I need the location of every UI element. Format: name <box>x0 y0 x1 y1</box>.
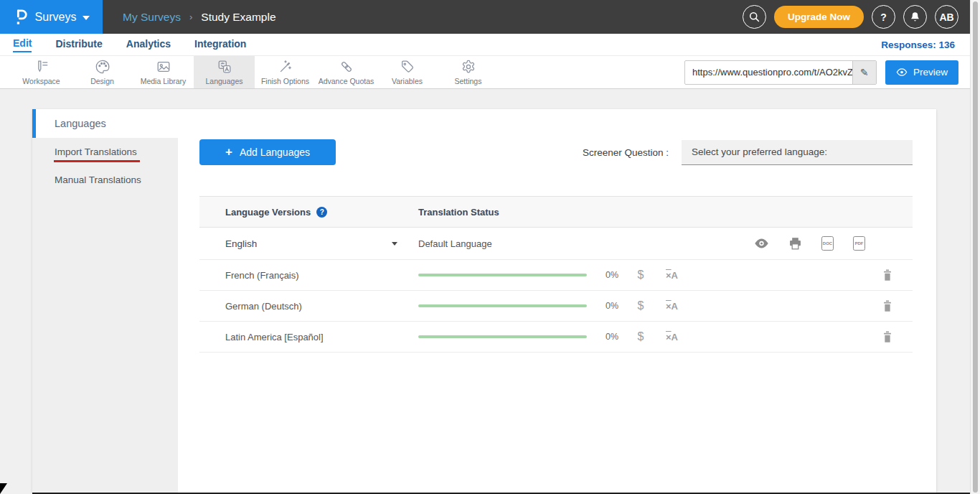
auto-translate-icon[interactable]: ×A <box>666 332 678 342</box>
toolbar-item-workspace[interactable]: Workspace <box>11 56 72 88</box>
preview-button[interactable]: Preview <box>885 60 958 85</box>
toolbar-item-advance-quotas[interactable]: Advance Quotas <box>316 56 377 88</box>
survey-url-group: https://www.questionpro.com/t/AO2kvZ ✎ P… <box>684 60 958 85</box>
trash-icon <box>882 299 893 313</box>
translation-progress-bar <box>418 304 587 307</box>
edit-url-button[interactable]: ✎ <box>852 61 876 84</box>
page-scrollbar[interactable] <box>970 0 980 494</box>
export-doc-icon[interactable]: DOC <box>821 236 834 251</box>
content-area: Languages Import Translations Manual Tra… <box>0 89 980 494</box>
palette-icon <box>95 59 110 75</box>
gear-icon <box>461 59 476 75</box>
toolbar-item-variables[interactable]: Variables <box>377 56 438 88</box>
top-bar: Surveys My Surveys › Study Example Upgra… <box>0 0 980 34</box>
survey-nav: Edit Distribute Analytics Integration Re… <box>0 34 980 55</box>
languages-panel: Languages Import Translations Manual Tra… <box>32 109 936 493</box>
delete-language-button[interactable] <box>882 269 893 282</box>
translation-percent: 0% <box>606 270 626 280</box>
magic-wand-icon <box>278 59 293 75</box>
translation-progress-bar <box>418 335 587 338</box>
help-button[interactable]: ? <box>872 5 895 29</box>
sidebar-item-manual-translations[interactable]: Manual Translations <box>32 166 178 194</box>
brand-label: Surveys <box>35 11 77 24</box>
add-languages-button[interactable]: + Add Languages <box>199 139 336 165</box>
table-row-default-language: English Default Language <box>199 228 913 260</box>
language-name: German (Deutsch) <box>199 301 418 312</box>
chain-links-icon <box>339 59 354 75</box>
eye-icon <box>896 67 908 77</box>
scrollbar-thumb[interactable] <box>973 1 978 493</box>
tag-icon <box>400 59 415 75</box>
upgrade-now-button[interactable]: Upgrade Now <box>774 6 864 28</box>
toolbar-item-finish-options[interactable]: Finish Options <box>255 56 316 88</box>
plus-icon: + <box>225 145 232 159</box>
chevron-down-icon <box>392 242 397 246</box>
toolbar-item-design[interactable]: Design <box>72 56 133 88</box>
mouse-cursor <box>0 483 7 494</box>
language-versions-table: Language Versions ? Translation Status E… <box>199 196 913 353</box>
professional-translation-icon[interactable]: $ <box>636 269 646 281</box>
header-translation-status: Translation Status <box>418 207 499 218</box>
bell-icon <box>910 11 920 23</box>
delete-language-button[interactable] <box>882 299 893 313</box>
table-row-german: German (Deutsch) 0% $ ×A <box>199 291 913 322</box>
toolbar-item-languages[interactable]: Languages <box>194 56 255 88</box>
notifications-button[interactable] <box>903 5 927 29</box>
trash-icon <box>882 269 893 282</box>
pencil-icon: ✎ <box>860 67 869 78</box>
header-language-versions: Language Versions <box>225 207 311 218</box>
search-icon <box>748 11 760 23</box>
view-eye-icon[interactable] <box>754 238 769 249</box>
print-icon[interactable] <box>788 237 802 250</box>
toolbar-item-settings[interactable]: Settings <box>438 56 499 88</box>
translation-percent: 0% <box>606 301 626 311</box>
translation-percent: 0% <box>606 332 626 342</box>
translate-icon <box>217 59 232 75</box>
auto-translate-icon[interactable]: ×A <box>666 301 678 312</box>
edit-toolbar: Workspace Design Media Library Languages… <box>0 55 980 89</box>
delete-language-button[interactable] <box>882 330 893 344</box>
language-name: French (Français) <box>199 270 418 281</box>
table-row-french: French (Français) 0% $ ×A <box>199 260 913 291</box>
tab-analytics[interactable]: Analytics <box>126 38 171 52</box>
screener-question-select[interactable]: Select your preferred language: <box>682 140 913 165</box>
professional-translation-icon[interactable]: $ <box>636 330 646 343</box>
help-circle-icon[interactable]: ? <box>316 207 327 218</box>
sidebar-item-languages[interactable]: Languages <box>32 109 936 138</box>
survey-url-input[interactable]: https://www.questionpro.com/t/AO2kvZ <box>685 61 852 84</box>
sidebar-item-import-translations[interactable]: Import Translations <box>32 138 178 166</box>
brand-menu[interactable]: Surveys <box>0 0 103 34</box>
breadcrumb-separator: › <box>189 11 192 22</box>
breadcrumb-current: Study Example <box>201 11 275 24</box>
professional-translation-icon[interactable]: $ <box>636 299 646 312</box>
screener-question-label: Screener Question : <box>583 147 669 158</box>
languages-sidebar: Import Translations Manual Translations <box>32 138 178 493</box>
pencil-list-icon <box>34 59 50 75</box>
export-pdf-icon[interactable]: PDF <box>853 236 865 251</box>
language-name: Latin America [Español] <box>199 332 418 342</box>
image-icon <box>156 59 171 75</box>
question-mark-icon: ? <box>880 11 887 23</box>
avatar[interactable]: AB <box>935 5 958 29</box>
translation-progress-bar <box>418 274 587 276</box>
toolbar-item-media-library[interactable]: Media Library <box>133 56 194 88</box>
survey-url-box: https://www.questionpro.com/t/AO2kvZ ✎ <box>684 60 877 85</box>
tab-integration[interactable]: Integration <box>194 38 246 52</box>
breadcrumb-parent-link[interactable]: My Surveys <box>123 11 181 24</box>
default-language-status: Default Language <box>418 238 492 249</box>
trash-icon <box>882 330 893 344</box>
table-row-latin-america: Latin America [Español] 0% $ ×A <box>199 322 913 353</box>
auto-translate-icon[interactable]: ×A <box>666 270 678 281</box>
chevron-down-icon <box>83 16 90 20</box>
table-header-row: Language Versions ? Translation Status <box>199 196 913 228</box>
languages-main: + Add Languages Screener Question : Sele… <box>178 138 936 493</box>
tab-edit[interactable]: Edit <box>13 37 32 52</box>
questionpro-logo-icon <box>13 8 29 27</box>
tab-distribute[interactable]: Distribute <box>55 38 102 52</box>
breadcrumb: My Surveys › Study Example <box>103 0 743 34</box>
default-language-dropdown[interactable]: English <box>199 238 418 249</box>
responses-count-link[interactable]: Responses: 136 <box>881 39 955 50</box>
top-actions: Upgrade Now ? AB <box>743 0 980 34</box>
search-button[interactable] <box>743 5 766 29</box>
